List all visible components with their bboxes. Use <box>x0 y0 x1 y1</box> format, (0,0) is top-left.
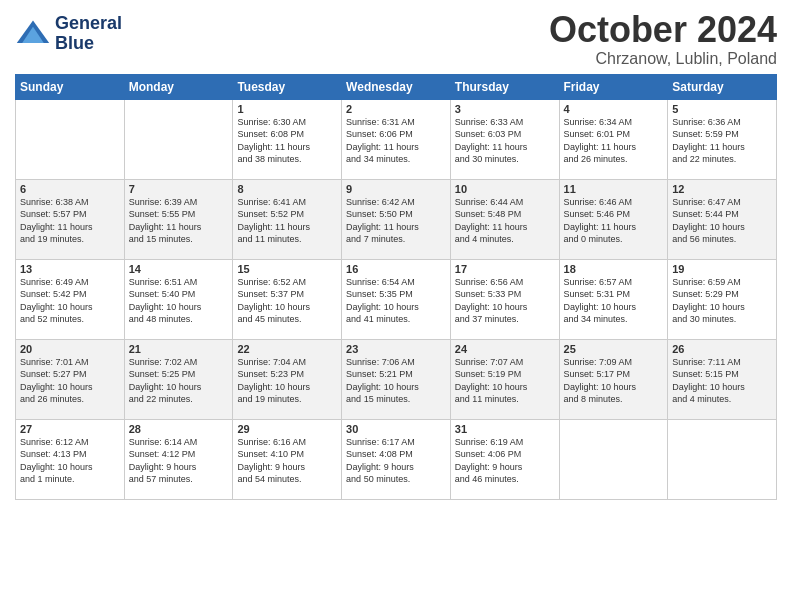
calendar-cell: 30Sunrise: 6:17 AM Sunset: 4:08 PM Dayli… <box>342 419 451 499</box>
day-number: 3 <box>455 103 555 115</box>
calendar-cell: 13Sunrise: 6:49 AM Sunset: 5:42 PM Dayli… <box>16 259 125 339</box>
day-number: 25 <box>564 343 664 355</box>
day-number: 31 <box>455 423 555 435</box>
cell-info: Sunrise: 6:47 AM Sunset: 5:44 PM Dayligh… <box>672 196 772 246</box>
month-title: October 2024 <box>549 10 777 50</box>
calendar-cell: 17Sunrise: 6:56 AM Sunset: 5:33 PM Dayli… <box>450 259 559 339</box>
cell-info: Sunrise: 6:44 AM Sunset: 5:48 PM Dayligh… <box>455 196 555 246</box>
cell-info: Sunrise: 6:57 AM Sunset: 5:31 PM Dayligh… <box>564 276 664 326</box>
cell-info: Sunrise: 6:42 AM Sunset: 5:50 PM Dayligh… <box>346 196 446 246</box>
calendar-cell: 3Sunrise: 6:33 AM Sunset: 6:03 PM Daylig… <box>450 99 559 179</box>
calendar-cell: 23Sunrise: 7:06 AM Sunset: 5:21 PM Dayli… <box>342 339 451 419</box>
day-number: 15 <box>237 263 337 275</box>
calendar-cell: 28Sunrise: 6:14 AM Sunset: 4:12 PM Dayli… <box>124 419 233 499</box>
cell-info: Sunrise: 6:14 AM Sunset: 4:12 PM Dayligh… <box>129 436 229 486</box>
col-friday: Friday <box>559 74 668 99</box>
cell-info: Sunrise: 6:34 AM Sunset: 6:01 PM Dayligh… <box>564 116 664 166</box>
header-row-days: Sunday Monday Tuesday Wednesday Thursday… <box>16 74 777 99</box>
location-title: Chrzanow, Lublin, Poland <box>549 50 777 68</box>
day-number: 12 <box>672 183 772 195</box>
cell-info: Sunrise: 7:07 AM Sunset: 5:19 PM Dayligh… <box>455 356 555 406</box>
calendar-cell: 8Sunrise: 6:41 AM Sunset: 5:52 PM Daylig… <box>233 179 342 259</box>
calendar-cell: 19Sunrise: 6:59 AM Sunset: 5:29 PM Dayli… <box>668 259 777 339</box>
calendar-cell <box>16 99 125 179</box>
calendar-cell: 26Sunrise: 7:11 AM Sunset: 5:15 PM Dayli… <box>668 339 777 419</box>
col-thursday: Thursday <box>450 74 559 99</box>
calendar-week-4: 20Sunrise: 7:01 AM Sunset: 5:27 PM Dayli… <box>16 339 777 419</box>
cell-info: Sunrise: 6:51 AM Sunset: 5:40 PM Dayligh… <box>129 276 229 326</box>
calendar-cell: 7Sunrise: 6:39 AM Sunset: 5:55 PM Daylig… <box>124 179 233 259</box>
calendar-cell: 9Sunrise: 6:42 AM Sunset: 5:50 PM Daylig… <box>342 179 451 259</box>
cell-info: Sunrise: 6:46 AM Sunset: 5:46 PM Dayligh… <box>564 196 664 246</box>
cell-info: Sunrise: 6:59 AM Sunset: 5:29 PM Dayligh… <box>672 276 772 326</box>
calendar-cell: 24Sunrise: 7:07 AM Sunset: 5:19 PM Dayli… <box>450 339 559 419</box>
calendar-cell <box>124 99 233 179</box>
day-number: 20 <box>20 343 120 355</box>
calendar-cell <box>668 419 777 499</box>
calendar-week-2: 6Sunrise: 6:38 AM Sunset: 5:57 PM Daylig… <box>16 179 777 259</box>
day-number: 10 <box>455 183 555 195</box>
cell-info: Sunrise: 6:49 AM Sunset: 5:42 PM Dayligh… <box>20 276 120 326</box>
day-number: 11 <box>564 183 664 195</box>
cell-info: Sunrise: 7:09 AM Sunset: 5:17 PM Dayligh… <box>564 356 664 406</box>
calendar-cell: 29Sunrise: 6:16 AM Sunset: 4:10 PM Dayli… <box>233 419 342 499</box>
cell-info: Sunrise: 6:19 AM Sunset: 4:06 PM Dayligh… <box>455 436 555 486</box>
logo-text: General Blue <box>55 14 122 54</box>
day-number: 1 <box>237 103 337 115</box>
day-number: 24 <box>455 343 555 355</box>
col-wednesday: Wednesday <box>342 74 451 99</box>
cell-info: Sunrise: 6:39 AM Sunset: 5:55 PM Dayligh… <box>129 196 229 246</box>
calendar-cell: 16Sunrise: 6:54 AM Sunset: 5:35 PM Dayli… <box>342 259 451 339</box>
day-number: 5 <box>672 103 772 115</box>
cell-info: Sunrise: 7:01 AM Sunset: 5:27 PM Dayligh… <box>20 356 120 406</box>
day-number: 29 <box>237 423 337 435</box>
day-number: 7 <box>129 183 229 195</box>
day-number: 30 <box>346 423 446 435</box>
day-number: 14 <box>129 263 229 275</box>
cell-info: Sunrise: 6:38 AM Sunset: 5:57 PM Dayligh… <box>20 196 120 246</box>
cell-info: Sunrise: 6:30 AM Sunset: 6:08 PM Dayligh… <box>237 116 337 166</box>
calendar-cell: 11Sunrise: 6:46 AM Sunset: 5:46 PM Dayli… <box>559 179 668 259</box>
calendar-cell: 1Sunrise: 6:30 AM Sunset: 6:08 PM Daylig… <box>233 99 342 179</box>
calendar-cell: 15Sunrise: 6:52 AM Sunset: 5:37 PM Dayli… <box>233 259 342 339</box>
cell-info: Sunrise: 6:12 AM Sunset: 4:13 PM Dayligh… <box>20 436 120 486</box>
day-number: 8 <box>237 183 337 195</box>
calendar-cell: 21Sunrise: 7:02 AM Sunset: 5:25 PM Dayli… <box>124 339 233 419</box>
logo-line2: Blue <box>55 33 94 53</box>
calendar-cell: 27Sunrise: 6:12 AM Sunset: 4:13 PM Dayli… <box>16 419 125 499</box>
calendar-cell: 2Sunrise: 6:31 AM Sunset: 6:06 PM Daylig… <box>342 99 451 179</box>
logo-line1: General <box>55 13 122 33</box>
day-number: 21 <box>129 343 229 355</box>
cell-info: Sunrise: 6:16 AM Sunset: 4:10 PM Dayligh… <box>237 436 337 486</box>
calendar-cell: 14Sunrise: 6:51 AM Sunset: 5:40 PM Dayli… <box>124 259 233 339</box>
day-number: 13 <box>20 263 120 275</box>
day-number: 19 <box>672 263 772 275</box>
day-number: 23 <box>346 343 446 355</box>
cell-info: Sunrise: 6:52 AM Sunset: 5:37 PM Dayligh… <box>237 276 337 326</box>
day-number: 26 <box>672 343 772 355</box>
cell-info: Sunrise: 6:36 AM Sunset: 5:59 PM Dayligh… <box>672 116 772 166</box>
col-sunday: Sunday <box>16 74 125 99</box>
calendar-cell: 12Sunrise: 6:47 AM Sunset: 5:44 PM Dayli… <box>668 179 777 259</box>
calendar-cell: 5Sunrise: 6:36 AM Sunset: 5:59 PM Daylig… <box>668 99 777 179</box>
logo-icon <box>15 16 51 52</box>
cell-info: Sunrise: 7:04 AM Sunset: 5:23 PM Dayligh… <box>237 356 337 406</box>
col-saturday: Saturday <box>668 74 777 99</box>
day-number: 22 <box>237 343 337 355</box>
day-number: 6 <box>20 183 120 195</box>
calendar-cell: 31Sunrise: 6:19 AM Sunset: 4:06 PM Dayli… <box>450 419 559 499</box>
title-block: October 2024 Chrzanow, Lublin, Poland <box>549 10 777 68</box>
cell-info: Sunrise: 6:31 AM Sunset: 6:06 PM Dayligh… <box>346 116 446 166</box>
col-tuesday: Tuesday <box>233 74 342 99</box>
page-container: General Blue October 2024 Chrzanow, Lubl… <box>0 0 792 510</box>
cell-info: Sunrise: 6:56 AM Sunset: 5:33 PM Dayligh… <box>455 276 555 326</box>
calendar-table: Sunday Monday Tuesday Wednesday Thursday… <box>15 74 777 500</box>
cell-info: Sunrise: 7:11 AM Sunset: 5:15 PM Dayligh… <box>672 356 772 406</box>
calendar-cell: 22Sunrise: 7:04 AM Sunset: 5:23 PM Dayli… <box>233 339 342 419</box>
day-number: 28 <box>129 423 229 435</box>
day-number: 16 <box>346 263 446 275</box>
cell-info: Sunrise: 6:17 AM Sunset: 4:08 PM Dayligh… <box>346 436 446 486</box>
cell-info: Sunrise: 6:33 AM Sunset: 6:03 PM Dayligh… <box>455 116 555 166</box>
calendar-week-5: 27Sunrise: 6:12 AM Sunset: 4:13 PM Dayli… <box>16 419 777 499</box>
calendar-cell: 6Sunrise: 6:38 AM Sunset: 5:57 PM Daylig… <box>16 179 125 259</box>
